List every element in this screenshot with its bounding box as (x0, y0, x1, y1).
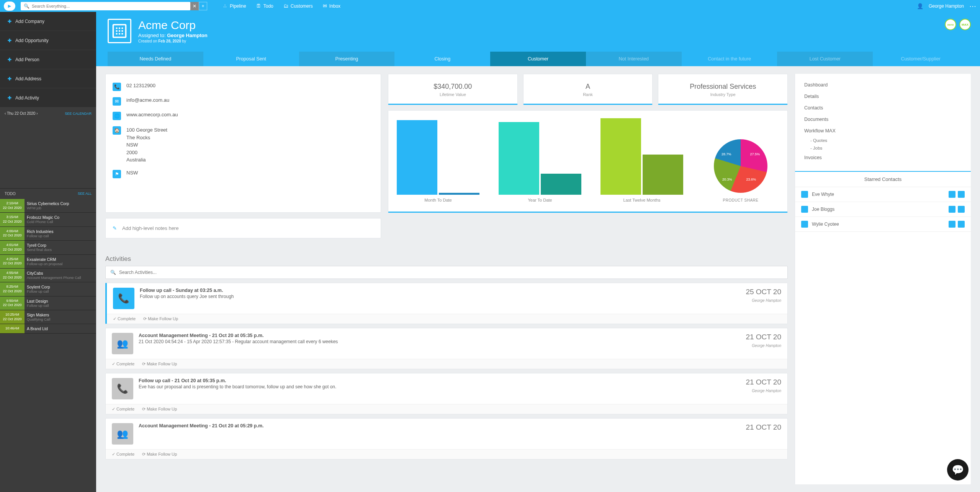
bar (397, 120, 437, 195)
todo-item[interactable]: 9:50AM22 Oct 2020Last DesignFollow up ca… (0, 297, 96, 310)
add-item-label: Add Opportunity (15, 38, 49, 43)
todo-sub: Follow up call (27, 234, 94, 238)
starred-contact[interactable]: Wylie Cyotee (795, 217, 971, 232)
activity-item[interactable]: 📞Follow up call - Sunday at 03:25 a.m.Fo… (105, 283, 788, 324)
activity-date: 21 OCT 20 (746, 423, 781, 432)
search-add-button[interactable]: + (199, 2, 207, 10)
activities-search-input[interactable] (119, 270, 783, 275)
email-value[interactable]: info@acme.com.au (126, 97, 169, 103)
activity-item[interactable]: 👥Account Management Meeting - 21 Oct 20 … (105, 328, 788, 369)
make-followup-action[interactable]: ⟳ Make Follow Up (142, 452, 177, 457)
user-name[interactable]: George Hampton (929, 3, 964, 9)
email-action-icon[interactable] (949, 191, 955, 198)
make-followup-action[interactable]: ⟳ Make Follow Up (143, 316, 178, 321)
plus-icon: ✚ (8, 38, 11, 43)
todo-time: 2:10AM22 Oct 2020 (0, 199, 25, 212)
complete-action[interactable]: ✓ Complete (113, 316, 136, 321)
address-line: Australia (126, 156, 167, 164)
global-search[interactable]: 🔍 (21, 2, 190, 10)
chat-fab[interactable]: 💬 (947, 459, 969, 481)
add-item[interactable]: ✚Add Person (0, 50, 96, 69)
see-all-link[interactable]: SEE ALL (78, 192, 92, 196)
right-nav-item[interactable]: Dashboard (804, 79, 962, 91)
right-nav-item-workflowmax[interactable]: Workflow MAX (804, 125, 962, 137)
email-action-icon[interactable] (949, 206, 955, 213)
pipeline-stages: Needs DefinedProposal SentPresentingClos… (108, 52, 969, 66)
pipeline-stage[interactable]: Proposal Sent (203, 52, 299, 66)
see-calendar-link[interactable]: SEE CALENDAR (65, 112, 92, 116)
nav-label: Customers (291, 3, 313, 9)
complete-action[interactable]: ✓ Complete (112, 362, 134, 367)
starred-contact[interactable]: Joe Bloggs (795, 202, 971, 217)
right-nav-subitem[interactable]: - Quotes (804, 137, 962, 144)
todo-item[interactable]: 8:25AM22 Oct 2020Soylent CorpFollow up c… (0, 282, 96, 296)
pipeline-stage[interactable]: Contact in the future (682, 52, 777, 66)
notes-card[interactable]: ✎ Add high-level notes here (105, 218, 381, 238)
edit-icon: ✎ (113, 225, 117, 231)
pipeline-stage[interactable]: Lost Customer (777, 52, 873, 66)
nav-customers[interactable]: 🗂Customers (283, 3, 313, 9)
app-logo[interactable]: ▶ (4, 2, 15, 11)
website-value[interactable]: www.acmecorp.com.au (126, 112, 178, 117)
add-item[interactable]: ✚Add Activity (0, 88, 96, 108)
pipeline-stage[interactable]: Customer/Supplier (873, 52, 969, 66)
todo-item[interactable]: 10:25AM22 Oct 2020Sign MakersQualifying … (0, 310, 96, 324)
svg-point-2 (119, 27, 120, 29)
todo-item[interactable]: 4:00AM22 Oct 2020Rich IndustriesFollow u… (0, 227, 96, 241)
top-nav: ⛬Pipeline 🗓Todo 🗂Customers ✉Inbox (223, 3, 340, 9)
right-nav-item-invoices[interactable]: Invoices (804, 152, 962, 163)
pipeline-stage[interactable]: Presenting (299, 52, 395, 66)
phone-value[interactable]: 02 12312900 (126, 83, 155, 88)
todo-item[interactable]: 2:10AM22 Oct 2020Sirius Cybernetics Corp… (0, 199, 96, 213)
activity-item[interactable]: 📞Follow up call - 21 Oct 20 at 05:35 p.m… (105, 373, 788, 414)
call-action-icon[interactable] (958, 206, 965, 213)
calendar-date[interactable]: ‹ Thu 22 Oct 2020 › (5, 111, 38, 116)
nav-pipeline[interactable]: ⛬Pipeline (223, 3, 246, 9)
company-ribbon: Acme Corp Assigned to: George Hampton Cr… (96, 12, 980, 66)
right-nav-subitem[interactable]: - Jobs (804, 144, 962, 152)
add-item[interactable]: ✚Add Opportunity (0, 31, 96, 50)
todo-sub: Follow up call (27, 289, 94, 293)
call-action-icon[interactable] (958, 221, 965, 228)
todo-item[interactable]: 3:15AM22 Oct 2020Frobozz Magic CoCold Ph… (0, 213, 96, 226)
activities-search[interactable]: 🔍 (105, 266, 788, 279)
todo-item[interactable]: 4:01AM22 Oct 2020Tyrell CorpSend final d… (0, 241, 96, 254)
bar-group: Last Twelve Months (600, 118, 683, 202)
more-menu-icon[interactable]: ⋯ (969, 2, 976, 10)
add-item-label: Add Address (15, 76, 41, 81)
call-action-icon[interactable] (958, 191, 965, 198)
starred-contact[interactable]: Eve Whyte (795, 187, 971, 202)
search-clear-button[interactable]: ✕ (190, 2, 199, 10)
todo-item[interactable]: 4:55AM22 Oct 2020CityCabsAccount Managem… (0, 269, 96, 282)
search-input[interactable] (29, 4, 190, 8)
pipeline-stage[interactable]: Closing (394, 52, 490, 66)
make-followup-action[interactable]: ⟳ Make Follow Up (142, 407, 177, 412)
badge-xero[interactable]: xero (945, 19, 956, 30)
activity-title: Account Management Meeting - 21 Oct 20 a… (139, 333, 740, 338)
todo-item[interactable]: 4:25AM22 Oct 2020Exsalerate CRMFollow-up… (0, 255, 96, 269)
badge-max[interactable]: MAX (959, 19, 971, 30)
todo-time: 9:50AM22 Oct 2020 (0, 297, 25, 310)
email-action-icon[interactable] (949, 221, 955, 228)
top-bar: ▶ 🔍 ✕ + ⛬Pipeline 🗓Todo 🗂Customers ✉Inbo… (0, 0, 980, 12)
make-followup-action[interactable]: ⟳ Make Follow Up (142, 362, 177, 367)
complete-action[interactable]: ✓ Complete (112, 407, 134, 412)
right-nav-item[interactable]: Documents (804, 114, 962, 125)
complete-action[interactable]: ✓ Complete (112, 452, 134, 457)
right-nav-item[interactable]: Contacts (804, 102, 962, 114)
pipeline-stage[interactable]: Needs Defined (108, 52, 203, 66)
pipeline-stage[interactable]: Customer (490, 52, 586, 66)
right-nav-item[interactable]: Details (804, 91, 962, 102)
main-column: Acme Corp Assigned to: George Hampton Cr… (96, 12, 980, 492)
nav-todo[interactable]: 🗓Todo (256, 3, 273, 9)
activity-item[interactable]: 👥Account Management Meeting - 21 Oct 20 … (105, 418, 788, 459)
add-item[interactable]: ✚Add Address (0, 69, 96, 88)
pipeline-stage[interactable]: Not Interested (586, 52, 682, 66)
bar (643, 155, 683, 195)
nav-inbox[interactable]: ✉Inbox (323, 3, 340, 9)
add-item[interactable]: ✚Add Company (0, 12, 96, 31)
todo-title: Sirius Cybernetics Corp (27, 201, 94, 206)
todo-item[interactable]: 10:46AMA Brand Ltd (0, 324, 96, 334)
activity-date: 21 OCT 20 (746, 378, 781, 386)
activity-date: 21 OCT 20 (746, 333, 781, 341)
